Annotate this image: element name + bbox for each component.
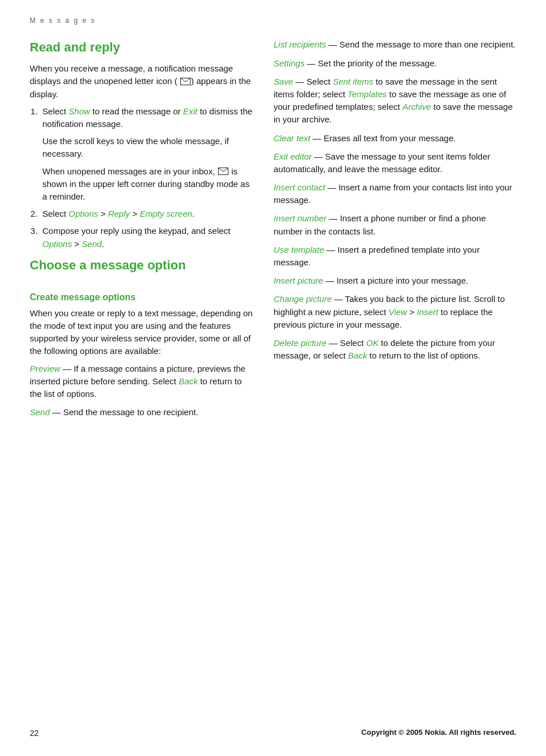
use-template-entry: Use template — Insert a predefined templ… xyxy=(274,244,516,269)
preview-term: Preview xyxy=(30,364,60,373)
read-reply-steps: Select Show to read the message or Exit … xyxy=(40,105,253,250)
envelope-inbox-icon xyxy=(218,168,228,175)
insert-picture-entry: Insert picture — Insert a picture into y… xyxy=(274,274,516,287)
delete-picture-term: Delete picture xyxy=(274,338,327,348)
back-link1: Back xyxy=(179,376,197,386)
ok-link: OK xyxy=(366,338,379,348)
save-term: Save xyxy=(274,77,293,86)
right-column: List recipients — Send the message to mo… xyxy=(274,38,516,368)
create-message-intro: When you create or reply to a text messa… xyxy=(30,307,253,358)
send-term: Send xyxy=(30,407,50,417)
back-link2: Back xyxy=(348,351,367,360)
reply-link: Reply xyxy=(108,209,130,218)
insert-contact-entry: Insert contact — Insert a name from your… xyxy=(274,181,516,206)
page-header: M e s s a g e s xyxy=(30,16,516,26)
step-1: Select Show to read the message or Exit … xyxy=(40,105,253,203)
insert-link: Insert xyxy=(417,307,438,317)
save-entry: Save — Select Sent items to save the mes… xyxy=(274,75,516,126)
insert-contact-term: Insert contact xyxy=(274,182,325,192)
sent-items-link: Sent items xyxy=(333,77,373,86)
step-2: Select Options > Reply > Empty screen. xyxy=(40,208,253,220)
show-link: Show xyxy=(69,106,90,116)
inbox-reminder-text: When unopened messages are in your inbox… xyxy=(42,165,253,204)
change-picture-entry: Change picture — Takes you back to the p… xyxy=(274,293,516,331)
page: M e s s a g e s Read and reply When you … xyxy=(0,0,546,756)
send-link1: Send xyxy=(82,239,102,249)
create-message-subtitle: Create message options xyxy=(30,291,253,304)
settings-term: Settings xyxy=(274,58,304,68)
empty-screen-link: Empty screen xyxy=(140,209,192,218)
clear-text-term: Clear text xyxy=(274,133,310,143)
templates-link: Templates xyxy=(347,89,387,99)
preview-entry: Preview — If a message contains a pictur… xyxy=(30,363,253,401)
change-picture-term: Change picture xyxy=(274,294,332,304)
step-1-indent: Use the scroll keys to view the whole me… xyxy=(42,135,253,203)
scroll-keys-text: Use the scroll keys to view the whole me… xyxy=(42,135,253,160)
use-template-term: Use template xyxy=(274,245,324,254)
list-recipients-term: List recipients xyxy=(274,39,326,49)
exit-link: Exit xyxy=(183,106,197,116)
settings-entry: Settings — Set the priority of the messa… xyxy=(274,57,516,70)
exit-editor-entry: Exit editor — Save the message to your s… xyxy=(274,150,516,176)
insert-picture-term: Insert picture xyxy=(274,276,323,285)
insert-number-entry: Insert number — Insert a phone number or… xyxy=(274,212,516,237)
page-footer: 22 Copyright © 2005 Nokia. All rights re… xyxy=(30,727,516,739)
archive-link: Archive xyxy=(402,102,431,112)
two-col-layout: Read and reply When you receive a messag… xyxy=(30,38,516,424)
envelope-icon xyxy=(180,78,191,85)
left-column: Read and reply When you receive a messag… xyxy=(30,38,253,424)
read-reply-intro: When you receive a message, a notificati… xyxy=(30,62,253,101)
insert-number-term: Insert number xyxy=(274,213,327,223)
options-link2: Options xyxy=(42,239,72,249)
delete-picture-entry: Delete picture — Select OK to delete the… xyxy=(274,337,516,362)
page-number: 22 xyxy=(30,727,39,739)
choose-message-title: Choose a message option xyxy=(30,256,253,274)
step-1-text: Select Show to read the message or Exit … xyxy=(42,105,253,130)
clear-text-entry: Clear text — Erases all text from your m… xyxy=(274,132,516,145)
send-entry: Send — Send the message to one recipient… xyxy=(30,406,253,419)
step-3: Compose your reply using the keypad, and… xyxy=(40,225,253,250)
options-link1: Options xyxy=(69,209,98,218)
copyright-text: Copyright © 2005 Nokia. All rights reser… xyxy=(361,727,516,738)
read-reply-title: Read and reply xyxy=(30,38,253,57)
list-recipients-entry: List recipients — Send the message to mo… xyxy=(274,38,516,51)
view-link: View xyxy=(389,307,407,317)
exit-editor-term: Exit editor xyxy=(274,152,312,161)
